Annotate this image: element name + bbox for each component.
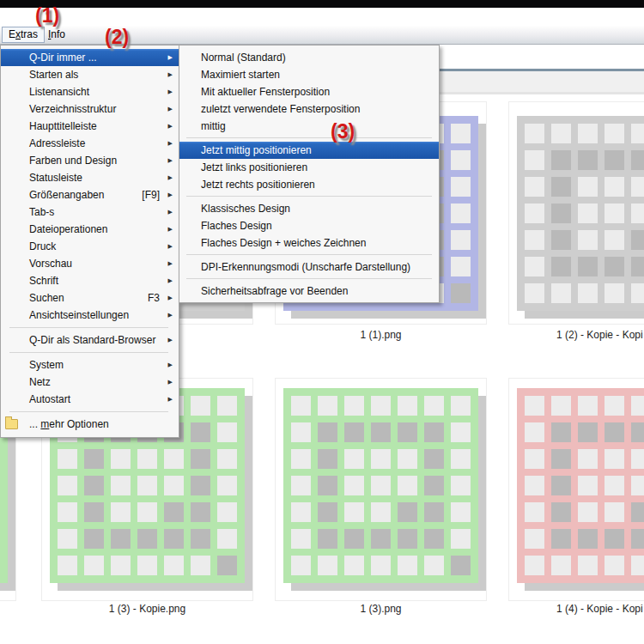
qdir-immer-submenu: Normal (Standard)Maximiert startenMit ak… — [179, 45, 440, 303]
menu-shortcut: [F9] — [142, 186, 160, 204]
menu-item-jetzt-rechts-positionieren[interactable]: Jetzt rechts positionieren — [179, 176, 439, 193]
menu-separator — [186, 254, 432, 255]
grid-cell — [191, 529, 210, 549]
grid-cell — [451, 396, 471, 416]
label-text: Vorschau — [29, 258, 72, 270]
grid-cell — [631, 476, 644, 495]
grid-cell — [631, 396, 644, 416]
grid-cell — [605, 283, 624, 303]
menu-item-system[interactable]: System▶ — [1, 356, 179, 374]
submenu-arrow-icon: ▶ — [168, 255, 173, 272]
menu-item-jetzt-mittig-positionieren[interactable]: Jetzt mittig positionieren — [179, 142, 439, 159]
file-label[interactable]: 1 (2) - Kopie - Kopi — [508, 329, 644, 342]
file-card[interactable] — [508, 101, 644, 325]
menu-item-vorschau[interactable]: Vorschau▶ — [1, 255, 179, 272]
grid-cell — [451, 449, 471, 469]
menu-item-zuletzt-verwendete-fensterposition[interactable]: zuletzt verwendete Fensterposition — [179, 100, 439, 118]
submenu-arrow-icon: ▶ — [168, 307, 173, 324]
menu-item-haupttitelleiste[interactable]: Haupttitelleiste▶ — [1, 118, 179, 135]
grid-cell — [344, 422, 364, 442]
menu-item-farben-und-design[interactable]: Farben und Design▶ — [1, 152, 179, 169]
menu-item-mittig[interactable]: mittig — [179, 118, 439, 135]
menu-item-flaches-design-weiches-zeichnen[interactable]: Flaches Design + weiches Zeichnen — [179, 234, 439, 252]
folder-icon — [5, 419, 18, 429]
menubar-item-info[interactable]: Info — [42, 27, 71, 43]
file-label[interactable]: 1 (3).png — [275, 603, 487, 616]
menu-item-dpi-erkennungsmodi-unscharfe-darstellung[interactable]: DPI-Erkennungsmodi (Unscharfe Darstellun… — [179, 258, 439, 276]
grid-cell — [398, 529, 417, 549]
grid-cell — [578, 422, 598, 442]
menu-item-adressleiste[interactable]: Adressleiste▶ — [1, 135, 179, 152]
menu-item-größenangaben[interactable]: Größenangaben[F9]▶ — [1, 186, 179, 204]
menu-item-tab-s[interactable]: Tab-s▶ — [1, 204, 179, 221]
menu-item-sicherheitsabfrage-vor-beenden[interactable]: Sicherheitsabfrage vor Beenden — [179, 283, 439, 300]
window-title-area — [0, 8, 644, 26]
grid-cell — [164, 556, 184, 575]
submenu-arrow-icon: ▶ — [168, 49, 173, 66]
menu-item-mehr-optionen[interactable]: ... mehr Optionen — [1, 416, 179, 433]
grid-cell — [451, 529, 471, 549]
thumbnail — [283, 388, 478, 583]
menu-item-mit-aktueller-fensterposition[interactable]: Mit aktueller Fensterposition — [179, 83, 439, 100]
menu-item-flaches-design[interactable]: Flaches Design — [179, 217, 439, 234]
submenu-arrow-icon: ▶ — [168, 135, 173, 152]
menu-item-netz[interactable]: Netz▶ — [1, 374, 179, 391]
grid-cell — [605, 177, 624, 197]
menu-item-starten-als[interactable]: Starten als▶ — [1, 66, 179, 83]
menu-item-q-dir-als-standard-browser[interactable]: Q-Dir als Standard-Browser▶ — [1, 331, 179, 349]
grid-cell — [631, 177, 644, 197]
label-text: zuletzt verwendete Fensterposition — [201, 103, 360, 115]
menu-item-ansichtseinstellungen[interactable]: Ansichtseinstellungen▶ — [1, 307, 179, 324]
menu-item-statusleiste[interactable]: Statusleiste▶ — [1, 169, 179, 186]
menu-shortcut: F3 — [148, 289, 160, 307]
grid-cell — [137, 502, 157, 522]
annotation-3: (3) — [331, 120, 355, 143]
file-label[interactable]: 1 (1).png — [275, 329, 487, 342]
label-text: Jetzt rechts positionieren — [201, 179, 315, 191]
grid-cell — [291, 396, 311, 416]
grid-cell — [631, 124, 644, 143]
menu-item-schrift[interactable]: Schrift▶ — [1, 272, 179, 289]
top-black-bar — [0, 0, 644, 8]
grid-cell — [318, 476, 337, 495]
grid-cell — [605, 422, 624, 442]
grid-cell — [578, 449, 598, 469]
submenu-arrow-icon: ▶ — [168, 83, 173, 100]
label-text: Maximiert starten — [201, 69, 280, 81]
menu-item-verzeichnisstruktur[interactable]: Verzeichnisstruktur▶ — [1, 100, 179, 118]
submenu-arrow-icon: ▶ — [168, 100, 173, 118]
grid-cell — [631, 449, 644, 469]
menu-item-autostart[interactable]: Autostart▶ — [1, 391, 179, 408]
label-text: mittig — [201, 120, 226, 132]
grid-cell — [191, 502, 210, 522]
menu-item-jetzt-links-positionieren[interactable]: Jetzt links positionieren — [179, 159, 439, 176]
menu-item-druck[interactable]: Druck▶ — [1, 238, 179, 255]
grid-cell — [291, 422, 311, 442]
submenu-arrow-icon: ▶ — [168, 391, 173, 408]
grid-cell — [605, 257, 624, 276]
menu-item-dateioperationen[interactable]: Dateioperationen▶ — [1, 221, 179, 238]
menu-item-listenansicht[interactable]: Listenansicht▶ — [1, 83, 179, 100]
file-card[interactable] — [508, 378, 644, 601]
grid-cell — [398, 476, 417, 495]
menu-item-normal-standard[interactable]: Normal (Standard) — [179, 49, 439, 66]
grid-cell — [58, 476, 77, 495]
grid-cell — [525, 257, 544, 276]
grid-cell — [578, 476, 598, 495]
file-label[interactable]: 1 (4) - Kopie - Kopi — [508, 603, 644, 616]
folder-icon — [5, 419, 18, 429]
file-card[interactable] — [275, 378, 487, 601]
grid-cell — [451, 476, 471, 495]
menu-item-klassisches-design[interactable]: Klassisches Design — [179, 200, 439, 217]
grid-cell — [84, 529, 104, 549]
grid-cell — [631, 556, 644, 575]
file-label[interactable]: 1 (3) - Kopie.png — [41, 603, 253, 616]
thumbnail-grid — [517, 388, 644, 583]
menu-item-maximiert-starten[interactable]: Maximiert starten — [179, 66, 439, 83]
menubar-item-extras[interactable]: Extras — [2, 27, 45, 43]
grid-cell — [551, 204, 571, 223]
grid-cell — [578, 124, 598, 143]
menu-item-q-dir-immer[interactable]: Q-Dir immer ...▶ — [1, 49, 179, 66]
grid-cell — [551, 422, 571, 442]
menu-item-suchen[interactable]: SuchenF3▶ — [1, 289, 179, 307]
